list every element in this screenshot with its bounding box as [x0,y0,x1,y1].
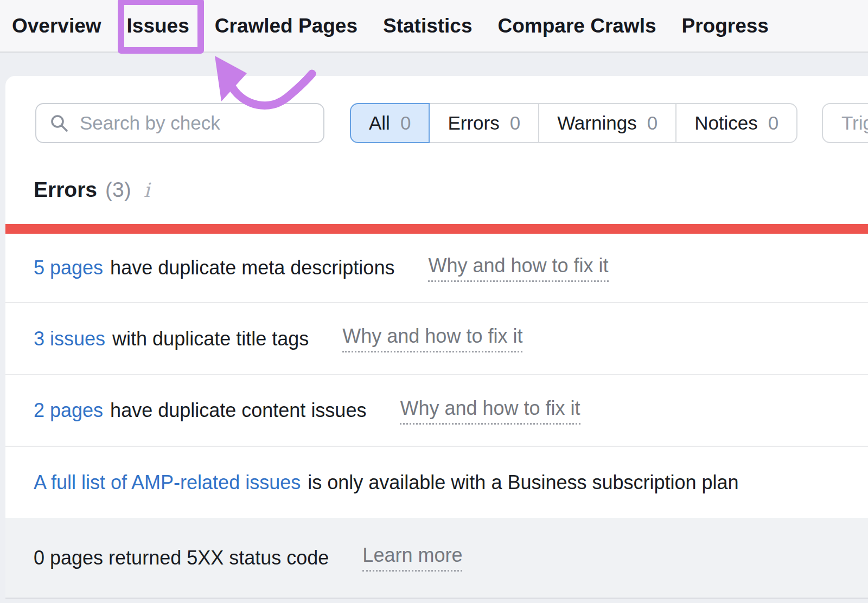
filter-warnings-count: 0 [647,112,658,134]
tab-overview[interactable]: Overview [12,15,101,37]
error-severity-bar [5,224,868,234]
issue-text-success: 0 pages returned 5XX status code [34,547,329,569]
amp-issues-link[interactable]: A full list of AMP-related issues [34,471,301,494]
tab-bar: Overview Issues Crawled Pages Statistics… [0,0,868,53]
why-fix-link[interactable]: Why and how to fix it [428,254,608,282]
issue-pages-link[interactable]: 3 issues [34,328,105,350]
tab-crawled-pages[interactable]: Crawled Pages [215,15,358,37]
filter-all[interactable]: All 0 [350,103,430,143]
section-title: Errors [34,178,97,202]
issues-list: 5 pages have duplicate meta descriptions… [5,234,868,598]
search-icon [49,113,69,133]
issue-row-duplicate-content: 2 pages have duplicate content issues Wh… [5,374,868,446]
tab-issues[interactable]: Issues [127,15,189,37]
filter-notices[interactable]: Notices 0 [676,103,797,143]
issue-text: have duplicate meta descriptions [110,256,394,279]
why-fix-link[interactable]: Why and how to fix it [342,325,522,352]
filter-errors[interactable]: Errors 0 [430,103,539,143]
filter-notices-label: Notices [694,112,758,134]
tab-issues-label: Issues [127,15,189,37]
learn-more-link[interactable]: Learn more [362,544,462,572]
severity-filter-group: All 0 Errors 0 Warnings 0 Notices 0 [350,103,797,143]
triggers-button[interactable]: Trig [822,103,868,143]
filter-errors-count: 0 [510,112,520,134]
issue-pages-link[interactable]: 2 pages [34,399,103,422]
issue-row-amp-upsell: A full list of AMP-related issues is onl… [5,446,868,518]
filter-all-count: 0 [400,112,411,134]
issue-text: have duplicate content issues [110,399,366,422]
issues-panel: All 0 Errors 0 Warnings 0 Notices 0 Trig… [5,76,868,599]
issue-row-5xx-status: 0 pages returned 5XX status code Learn m… [5,518,868,598]
filter-warnings[interactable]: Warnings 0 [539,103,676,143]
info-icon[interactable]: i [144,179,150,201]
filter-errors-label: Errors [448,112,499,134]
issue-row-duplicate-meta: 5 pages have duplicate meta descriptions… [5,234,868,302]
filter-warnings-label: Warnings [557,112,637,134]
purple-arrow-annotation [205,53,316,119]
why-fix-link[interactable]: Why and how to fix it [400,397,580,425]
issue-pages-link[interactable]: 5 pages [34,256,103,279]
issue-text: is only available with a Business subscr… [308,471,738,494]
tab-progress[interactable]: Progress [682,15,769,37]
filter-all-label: All [369,112,390,134]
tab-statistics[interactable]: Statistics [383,15,473,37]
section-count: (3) [105,178,131,202]
issue-row-duplicate-titles: 3 issues with duplicate title tags Why a… [5,302,868,374]
issue-text: with duplicate title tags [112,328,309,350]
filter-notices-count: 0 [768,112,778,134]
section-heading: Errors (3) i [34,178,150,202]
tab-compare-crawls[interactable]: Compare Crawls [498,15,656,37]
